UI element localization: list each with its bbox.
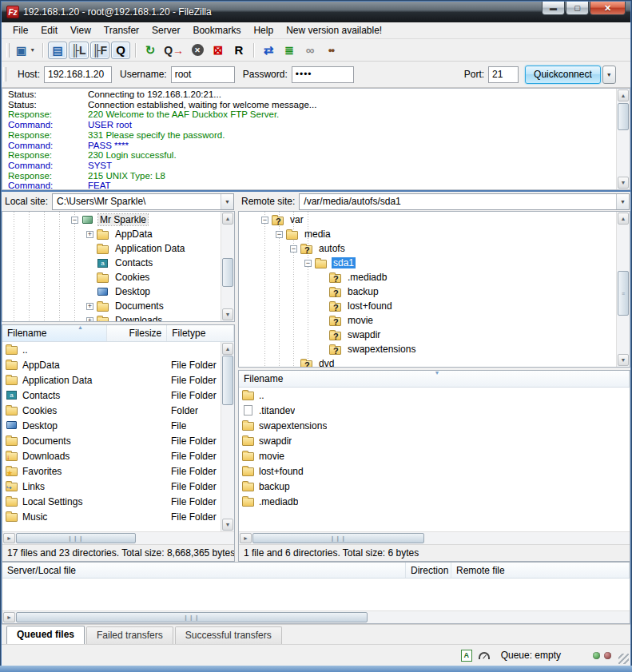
collapse-icon[interactable]: − [261,217,268,224]
scroll-thumb[interactable]: ❙❙❙ [16,612,368,622]
local-list-hscrollbar[interactable]: ◄ ❙❙❙ ► [2,531,234,544]
collapse-icon[interactable]: − [71,217,78,224]
message-log-button[interactable]: ▤ [48,42,67,59]
queue-column-direction[interactable]: Direction [406,563,451,578]
tree-item-swapextensions[interactable]: swapextensions [239,342,616,356]
scroll-thumb[interactable] [222,356,233,405]
file-row-favorites[interactable]: ★FavoritesFile Folder [2,463,234,479]
file-row-appdata[interactable]: AppDataFile Folder [2,357,234,372]
expand-icon[interactable]: + [86,303,93,310]
file-row-application-data[interactable]: Application DataFile Folder [2,372,234,388]
find-button[interactable]: ●● [321,42,340,59]
local-tree-scrollbar[interactable]: ▲ ▼ [221,212,234,321]
menu-item-file[interactable]: File [6,23,34,38]
minimize-button[interactable]: ▬ [542,2,565,15]
tree-item-sda1[interactable]: −sda1 [239,256,616,270]
collapse-panel-icon[interactable]: ▼ [435,371,440,376]
scroll-thumb[interactable] [222,258,233,287]
tab-queued-files[interactable]: Queued files [6,626,85,644]
scroll-up-icon[interactable]: ▲ [618,89,629,101]
message-log-scrollbar[interactable]: ▲ ▼ [616,89,630,189]
tree-item-contacts[interactable]: aContacts [2,256,221,270]
quickconnect-dropdown-button[interactable]: ▼ [602,66,616,84]
file-row-local-settings[interactable]: Local SettingsFile Folder [2,494,234,509]
tree-item-appdata[interactable]: +AppData [2,227,221,241]
username-input[interactable] [171,66,235,83]
menu-item-server[interactable]: Server [145,23,186,38]
tree-item-mediadb[interactable]: .mediadb [239,270,616,284]
scroll-right-icon[interactable]: ► [3,533,15,543]
reconnect-button[interactable]: R [229,42,248,59]
tree-item-backup[interactable]: backup [239,284,616,299]
tree-item-movie[interactable]: movie [239,313,616,328]
refresh-button[interactable]: ↻ [141,42,160,59]
expand-icon[interactable]: + [86,317,93,322]
scroll-up-icon[interactable]: ▲ [618,213,629,225]
scroll-down-icon[interactable]: ▼ [222,519,233,531]
close-button[interactable]: ✕ [590,2,626,15]
tree-item-dvd[interactable]: dvd [239,356,616,367]
chevron-down-icon[interactable]: ▼ [30,47,35,53]
remote-tree-button[interactable]: ╟F [90,42,109,59]
queue-button[interactable]: Q [111,42,130,59]
menu-item-bookmarks[interactable]: Bookmarks [186,23,247,38]
tab-failed-transfers[interactable]: Failed transfers [86,626,173,644]
chevron-down-icon[interactable]: ▼ [616,194,629,209]
collapse-icon[interactable]: − [290,245,297,252]
quickconnect-button[interactable]: Quickconnect [525,66,601,84]
file-row-desktop[interactable]: DesktopFile [2,418,234,433]
scroll-down-icon[interactable]: ▼ [618,354,629,366]
local-list-scrollbar[interactable]: ▲ ▼ [221,342,234,531]
scroll-up-icon[interactable]: ▲ [222,213,233,225]
port-input[interactable] [488,66,519,83]
file-row-music[interactable]: MusicFile Folder [2,509,234,524]
queue-hscrollbar[interactable]: ◄ ❙❙❙ ► [2,610,630,623]
expand-icon[interactable]: + [86,231,93,238]
file-row-[interactable]: .. [239,388,630,403]
file-row-lost-found[interactable]: lost+found [239,463,630,479]
menu-item-edit[interactable]: Edit [34,23,64,38]
tree-item-mr-sparkle[interactable]: −Mr Sparkle [2,213,221,227]
menu-item-help[interactable]: Help [247,23,280,38]
menu-item-new-version-available[interactable]: New version available! [280,23,388,38]
column-header-filetype[interactable]: Filetype [167,325,234,341]
chevron-down-icon[interactable]: ▼ [221,194,233,209]
scroll-thumb[interactable]: ❙❙❙ [16,533,136,543]
queue-column-server-local-file[interactable]: Server/Local file [2,563,406,578]
collapse-icon[interactable]: − [276,231,283,238]
file-row-swapdir[interactable]: swapdir [239,433,630,448]
scroll-down-icon[interactable]: ▼ [222,308,233,320]
menu-item-view[interactable]: View [64,23,97,38]
file-row-links[interactable]: ↪LinksFile Folder [2,479,234,494]
tree-item-lost-found[interactable]: lost+found [239,299,616,313]
file-row-documents[interactable]: DocumentsFile Folder [2,433,234,448]
scroll-thumb[interactable]: ≡ [618,271,629,316]
remote-list-hscrollbar[interactable]: ◄ ❙❙❙ ► [239,531,630,544]
column-header-filesize[interactable]: Filesize [107,325,168,341]
remote-site-combobox[interactable]: /var/media/autofs/sda1 ▼ [299,193,630,210]
tree-item-documents[interactable]: +Documents [2,299,221,313]
scroll-thumb[interactable] [618,103,629,130]
tree-item-autofs[interactable]: −autofs [239,241,616,256]
remote-tree-scrollbar[interactable]: ▲ ≡ ▼ [616,212,630,367]
host-input[interactable] [44,66,112,83]
scroll-up-icon[interactable]: ▲ [222,343,233,355]
file-row-contacts[interactable]: aContactsFile Folder [2,388,234,403]
file-row-backup[interactable]: backup [239,479,630,494]
file-row-swapextensions[interactable]: swapextensions [239,418,630,433]
local-site-combobox[interactable]: C:\Users\Mr Sparkle\ ▼ [52,193,234,210]
scroll-thumb[interactable]: ❙❙❙ [252,533,424,543]
file-row-downloads[interactable]: ↓DownloadsFile Folder [2,448,234,463]
scroll-right-icon[interactable]: ► [240,533,252,543]
file-row-cookies[interactable]: CookiesFolder [2,403,234,418]
sync-browsing-button[interactable]: ≣ [280,42,299,59]
filter-button[interactable]: ∞ [300,42,320,59]
tree-item-swapdir[interactable]: swapdir [239,328,616,342]
tree-item-application-data[interactable]: Application Data [2,241,221,256]
maximize-button[interactable]: ▢ [566,2,589,15]
tree-item-desktop[interactable]: Desktop [2,284,221,299]
process-queue-button[interactable]: Q→ [161,42,186,59]
local-tree-button[interactable]: ╟L [69,42,88,59]
tree-item-media[interactable]: −media [239,227,616,241]
queue-column-remote-file[interactable]: Remote file [451,563,630,578]
